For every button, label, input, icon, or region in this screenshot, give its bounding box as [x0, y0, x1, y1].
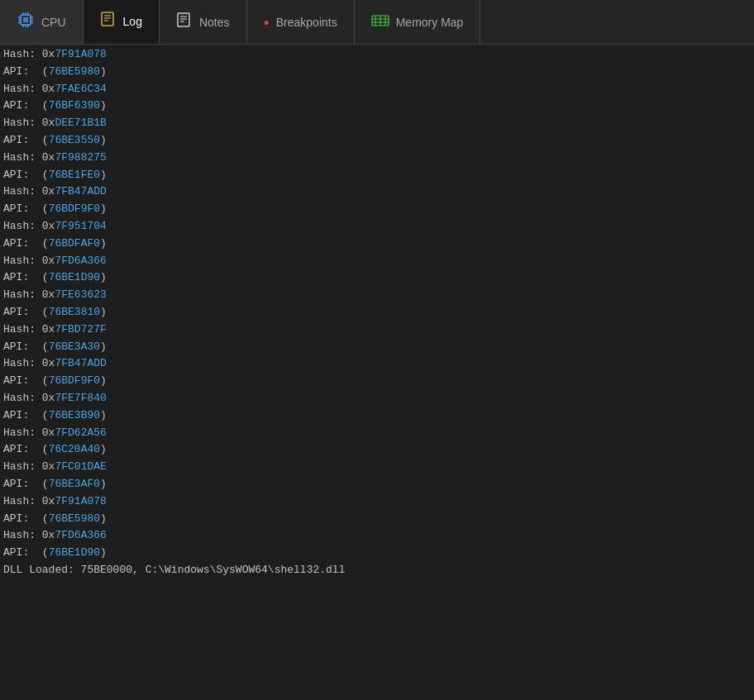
list-item: API: (76BDF9F0) [3, 373, 751, 390]
list-item: DLL Loaded: 75BE0000, C:\Windows\SysWOW6… [3, 562, 751, 579]
list-item: API: (76BE5980) [3, 511, 751, 528]
list-item: Hash: 0x7FE63623 [3, 287, 751, 304]
api-link[interactable]: 76BDF9F0 [49, 374, 100, 387]
hash-link[interactable]: 7FE7F840 [55, 392, 106, 404]
hash-link[interactable]: 7F91A078 [55, 48, 106, 60]
list-item: API: (76BE3810) [3, 304, 751, 321]
list-item: Hash: 0xDEE71B1B [3, 115, 751, 132]
api-link[interactable]: 76BE5980 [49, 512, 100, 525]
api-link[interactable]: 76BDF9F0 [49, 202, 100, 215]
tab-notes-label: Notes [199, 16, 230, 29]
api-link[interactable]: 76BE3B90 [49, 409, 100, 421]
hash-link[interactable]: 7FC01DAE [55, 460, 106, 473]
api-link[interactable]: 76BE5980 [49, 65, 100, 78]
api-link[interactable]: 76BE1D90 [49, 271, 100, 283]
hash-link[interactable]: 7FB47ADD [55, 357, 106, 369]
hash-link[interactable]: 7FD6A366 [55, 529, 106, 541]
mm-icon [371, 14, 389, 30]
api-link[interactable]: 76BDFAF0 [49, 237, 100, 250]
list-item: Hash: 0x7FC01DAE [3, 459, 751, 476]
svg-rect-1 [23, 17, 28, 22]
svg-rect-14 [102, 12, 113, 26]
hash-link[interactable]: 7FBD727F [55, 323, 106, 336]
list-item: API: (76BE1D90) [3, 269, 751, 287]
hash-link[interactable]: 7F951704 [55, 220, 106, 232]
notes-icon [176, 12, 193, 32]
tab-breakpoints-label: Breakpoints [276, 16, 337, 29]
list-item: Hash: 0x7FB47ADD [3, 355, 751, 373]
tab-log[interactable]: Log [84, 0, 160, 44]
log-content[interactable]: Hash: 0x7F91A078API: (76BE5980)Hash: 0x7… [0, 45, 754, 700]
tab-cpu[interactable]: CPU [0, 0, 84, 44]
tab-notes[interactable]: Notes [160, 0, 247, 44]
tab-breakpoints[interactable]: ● Breakpoints [247, 0, 355, 44]
cpu-icon [17, 11, 35, 33]
hash-link[interactable]: 7F988275 [55, 151, 106, 164]
list-item: Hash: 0x7FD6A366 [3, 527, 751, 545]
hash-link[interactable]: 7FD62A56 [55, 426, 106, 439]
api-link[interactable]: 76BE3A30 [49, 340, 100, 353]
log-icon [100, 11, 117, 31]
list-item: Hash: 0x7FAE6C34 [3, 81, 751, 98]
list-item: API: (76BE5980) [3, 64, 751, 81]
svg-rect-18 [178, 13, 189, 26]
api-link[interactable]: 76BE3810 [49, 306, 100, 318]
list-item: Hash: 0x7FD6A366 [3, 253, 751, 270]
list-item: API: (76BDFAF0) [3, 236, 751, 253]
api-link[interactable]: 76BF6390 [49, 99, 100, 112]
tab-memorymap-label: Memory Map [396, 16, 464, 29]
list-item: Hash: 0x7F91A078 [3, 493, 751, 511]
list-item: Hash: 0x7F91A078 [3, 46, 751, 64]
bp-icon: ● [264, 17, 270, 28]
hash-link[interactable]: 7F91A078 [55, 495, 106, 507]
list-item: API: (76BE3B90) [3, 407, 751, 425]
api-link[interactable]: 76BE1FE0 [49, 169, 100, 181]
list-item: API: (76BE1FE0) [3, 167, 751, 184]
list-item: API: (76BDF9F0) [3, 201, 751, 218]
tab-memorymap[interactable]: Memory Map [355, 0, 481, 44]
list-item: Hash: 0x7F951704 [3, 218, 751, 236]
list-item: Hash: 0x7FBD727F [3, 321, 751, 339]
hash-link[interactable]: 7FAE6C34 [55, 83, 106, 95]
api-link[interactable]: 76BE3AF0 [49, 478, 100, 490]
api-link[interactable]: 76C20A40 [49, 443, 100, 455]
list-item: Hash: 0x7FD62A56 [3, 425, 751, 442]
hash-link[interactable]: DEE71B1B [55, 117, 106, 129]
list-item: Hash: 0x7FB47ADD [3, 183, 751, 201]
list-item: Hash: 0x7F988275 [3, 150, 751, 167]
hash-link[interactable]: 7FD6A366 [55, 255, 106, 267]
api-link[interactable]: 76BE3550 [49, 134, 100, 146]
tab-log-label: Log [123, 15, 142, 28]
list-item: API: (76BF6390) [3, 98, 751, 115]
list-item: API: (76BE1D90) [3, 545, 751, 562]
hash-link[interactable]: 7FE63623 [55, 288, 106, 301]
tab-bar: CPU Log Notes ● Breakpoints [0, 0, 754, 45]
list-item: API: (76BE3550) [3, 132, 751, 150]
list-item: API: (76BE3AF0) [3, 476, 751, 493]
list-item: API: (76C20A40) [3, 441, 751, 459]
list-item: API: (76BE3A30) [3, 339, 751, 356]
list-item: Hash: 0x7FE7F840 [3, 390, 751, 407]
api-link[interactable]: 76BE1D90 [49, 546, 100, 559]
hash-link[interactable]: 7FB47ADD [55, 185, 106, 198]
tab-cpu-label: CPU [41, 16, 66, 29]
